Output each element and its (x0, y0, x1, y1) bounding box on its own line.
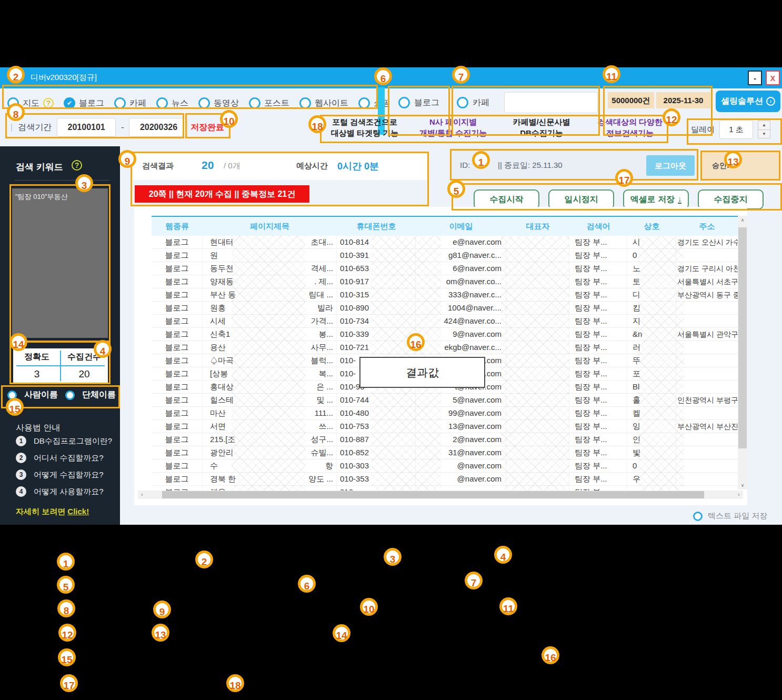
minimize-button[interactable]: - (748, 71, 762, 85)
cell-phone: 010-744 (337, 394, 416, 407)
spinner-up-icon[interactable]: ▲ (758, 121, 770, 130)
portal-tab-블로그[interactable]: ✔블로그 (64, 97, 104, 109)
source-cafe-radio[interactable]: 카페 (457, 97, 489, 108)
table-row[interactable]: 블로그시세가격...010-734424@naver.co...팀장 부...지 (152, 315, 738, 328)
portal-tab-동영상[interactable]: 동영상 (198, 97, 239, 109)
cell-page-title: 신축1봉... (203, 328, 337, 341)
cell-address: 경기도 오산시 가수동 (676, 236, 738, 249)
column-header[interactable]: 페이지제목 (203, 217, 337, 236)
table-row[interactable]: 블로그수항010-303@naver.com팀장 부...0 (152, 459, 738, 473)
column-header[interactable]: 웹종류 (152, 217, 203, 236)
scroll-up-icon[interactable]: ∧ (738, 216, 747, 224)
results-total: / 0개 (224, 161, 240, 171)
guide-number-icon: 3 (16, 469, 26, 480)
cell-address (676, 459, 738, 473)
table-row[interactable]: 블로그부산 동림대 ...010-315333@naver.c...팀장 부..… (152, 288, 738, 302)
table-row[interactable]: 블로그용산사무...010-721ekgb@naver.c...팀장 부...러 (152, 341, 738, 354)
cell-business-name: 킴 (627, 302, 676, 315)
table-row[interactable]: 블로그양재동. 제...010-917om@naver.co...팀장 부...… (152, 275, 738, 288)
radio-icon[interactable] (693, 512, 703, 521)
id-label: ID: (460, 161, 470, 169)
radio-icon[interactable] (299, 97, 311, 109)
table-row[interactable]: 블로그원010-391g81@naver.c...팀장 부...0 (152, 249, 738, 262)
guide-item[interactable]: 4어떻게 사용할까요? (16, 486, 112, 497)
guide-item-label: 어떻게 사용할까요? (34, 487, 104, 497)
column-header[interactable]: 주소 (676, 217, 738, 236)
column-header[interactable]: 휴대폰번호 (337, 217, 416, 236)
portal-tab-뉴스[interactable]: 뉴스 (156, 97, 188, 109)
cell-keyword: 팀장 부... (569, 381, 627, 394)
radio-icon[interactable]: ✔ (64, 97, 75, 109)
cell-page-title: 경북 한양도 ... (203, 473, 337, 486)
logout-button[interactable]: 로그아웃 (646, 155, 695, 176)
portal-tab-웹사이트[interactable]: 웹사이트 (299, 97, 348, 109)
table-row[interactable]: 블로그해운010-팀장 부... (152, 486, 738, 491)
delay-input[interactable]: 1 초 (719, 120, 753, 139)
vertical-scrollbar[interactable]: ∧ ∨ (738, 216, 747, 489)
text-file-save[interactable]: 텍스트 파일 저장 (693, 511, 767, 521)
cell-email: 99@naver.com (416, 407, 506, 420)
scrollbar-thumb[interactable] (738, 227, 747, 448)
table-row[interactable]: 블로그경북 한양도 ...010-353@naver.com팀장 부...우 (152, 473, 738, 486)
annotation-badge-12: 12 (58, 624, 76, 642)
scrollbar-thumb[interactable] (162, 491, 704, 498)
guide-item[interactable]: 3어떻게 수집할까요? (16, 469, 112, 480)
scroll-right-icon[interactable]: › (735, 491, 743, 499)
column-header[interactable]: 검색어 (569, 217, 627, 236)
portal-tab-포스트[interactable]: 포스트 (249, 97, 289, 109)
radio-icon[interactable] (249, 97, 260, 109)
column-header[interactable]: 상호 (627, 217, 676, 236)
period-from-input[interactable]: 20100101 (57, 118, 116, 137)
radio-icon[interactable] (358, 97, 370, 109)
horizontal-scrollbar[interactable]: ‹ › (138, 491, 743, 499)
cell-phone: 010-391 (337, 249, 416, 262)
selling-solution-button[interactable]: 셀링솔루션 › (716, 91, 780, 112)
keyword-help-icon[interactable]: ? (72, 160, 82, 171)
cell-business-name: 시 (627, 236, 676, 249)
scroll-left-icon[interactable]: ‹ (138, 491, 146, 499)
cell-representative (506, 328, 569, 341)
cell-representative (506, 341, 569, 354)
table-row[interactable]: 블로그동두천격세...010-6536@naver.com팀장 부...노경기도… (152, 262, 738, 275)
delay-label: 딜레이 (691, 125, 715, 135)
cell-email: 424@naver.co... (416, 315, 506, 328)
guide-item[interactable]: 2어디서 수집할까요? (16, 453, 112, 463)
close-button[interactable]: X (766, 71, 780, 85)
radio-icon[interactable] (398, 97, 410, 108)
cell-business-name: 포 (627, 367, 676, 381)
guide-item[interactable]: 1DB수집프로그램이란? (16, 436, 112, 446)
table-row[interactable]: 블로그현대터초대...010-814e@naver.com팀장 부...시경기도… (152, 236, 738, 249)
radio-icon[interactable] (114, 97, 126, 109)
help-icon[interactable]: ? (43, 98, 54, 108)
radio-icon[interactable] (156, 97, 168, 109)
click-link[interactable]: Click! (67, 507, 89, 516)
table-row[interactable]: 블로그서면쓰...010-75313@naver.com팀장 부...잉부산광역… (152, 420, 738, 433)
divider (14, 180, 109, 181)
cell-phone: 010-887 (337, 433, 416, 446)
delay-spinner[interactable]: ▲ ▼ (758, 121, 770, 138)
table-row[interactable]: 블로그원흥빌라010-8901004@naver....팀장 부...킴 (152, 302, 738, 315)
spinner-down-icon[interactable]: ▼ (758, 130, 770, 138)
table-row[interactable]: 블로그신축1봉...010-3399@naver.com팀장 부...&n서울특… (152, 328, 738, 341)
portal-tab-쇼핑[interactable]: 쇼핑 (358, 97, 390, 109)
period-dash: - (121, 123, 124, 132)
cell-representative (506, 315, 569, 328)
source-blog-radio[interactable]: 블로그 (398, 97, 439, 108)
cafe-search-input[interactable] (504, 92, 598, 113)
license-expiry-date: 2025-11-30 (656, 92, 710, 108)
column-header[interactable]: 이메일 (416, 217, 506, 236)
keyword-textarea[interactable]: "팀장 010"부동산 (12, 188, 108, 338)
table-row[interactable]: 블로그광안리슈빌...010-85231@naver.com팀장 부...빛 (152, 446, 738, 459)
table-row[interactable]: 블로그힐스테및 ...010-7445@naver.com팀장 부...홀인천광… (152, 394, 738, 407)
table-row[interactable]: 블로그마산111...010-48099@naver.com팀장 부...켈 (152, 407, 738, 420)
radio-icon[interactable] (65, 391, 75, 400)
scroll-down-icon[interactable]: ∨ (738, 481, 747, 489)
period-to-input[interactable]: 20200326 (129, 118, 188, 137)
table-row[interactable]: 블로그215.[조성구...010-8872@naver.com팀장 부...인 (152, 433, 738, 446)
radio-icon[interactable] (198, 97, 210, 109)
radio-icon[interactable] (457, 97, 468, 108)
annotation-badge-17: 17 (60, 674, 78, 692)
column-header[interactable]: 대표자 (506, 217, 569, 236)
annotation-badge-4: 4 (494, 546, 512, 564)
portal-tab-카페[interactable]: 카페 (114, 97, 146, 109)
